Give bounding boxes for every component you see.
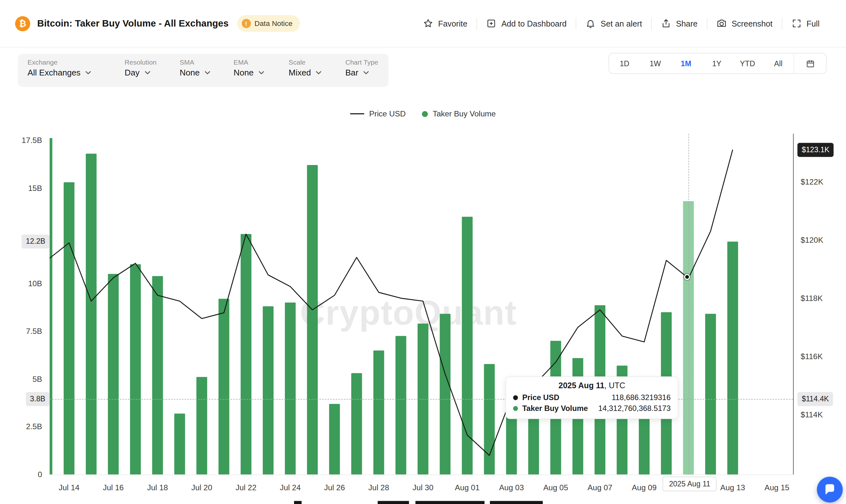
volume-bar[interactable] <box>528 379 539 474</box>
volume-bar[interactable] <box>617 365 628 474</box>
legend-taker-buy-volume[interactable]: Taker Buy Volume <box>422 109 496 118</box>
legend-volume-label: Taker Buy Volume <box>433 109 496 118</box>
chevron-down-icon <box>85 71 91 75</box>
favorite-button[interactable]: Favorite <box>414 18 476 29</box>
volume-bar[interactable] <box>683 201 694 474</box>
volume-latest-badge: 12.2B <box>21 234 50 249</box>
range-1m[interactable]: 1M <box>671 59 701 68</box>
exchange-select[interactable]: Exchange All Exchanges <box>18 54 115 87</box>
volume-bar[interactable] <box>351 373 362 474</box>
scale-select[interactable]: Scale Mixed <box>279 54 336 87</box>
left-axis-tick: 2.5B <box>0 421 42 432</box>
set-alert-button[interactable]: Set an alert <box>576 18 651 29</box>
legend-price-usd[interactable]: Price USD <box>350 109 406 118</box>
left-axis-tick: 17.5B <box>0 134 42 145</box>
range-1y[interactable]: 1Y <box>701 59 732 68</box>
volume-crosshair-badge: 3.8B <box>25 392 50 406</box>
volume-bar[interactable] <box>506 389 517 474</box>
chat-widget-button[interactable] <box>817 477 843 503</box>
cryptoquant-watermark: CryptoQuant <box>300 293 517 333</box>
exchange-label: Exchange <box>28 59 115 67</box>
volume-bar[interactable] <box>307 165 318 474</box>
volume-bar[interactable] <box>727 241 738 474</box>
range-1w[interactable]: 1W <box>640 59 671 68</box>
resolution-select[interactable]: Resolution Day <box>115 54 170 87</box>
x-axis-tick: Jul 30 <box>402 483 445 492</box>
ema-select[interactable]: EMA None <box>224 54 279 87</box>
volume-bar[interactable] <box>285 303 296 474</box>
volume-bar[interactable] <box>484 364 495 474</box>
right-axis-line <box>793 134 794 474</box>
volume-bar[interactable] <box>86 154 96 474</box>
volume-bar[interactable] <box>130 265 141 474</box>
x-axis-tick: Aug 03 <box>490 483 533 492</box>
tooltip-price-row: Price USD 118,686.3219316 <box>513 392 671 403</box>
page-title: Bitcoin: Taker Buy Volume - All Exchange… <box>37 18 228 29</box>
volume-bar[interactable] <box>373 350 384 474</box>
time-range-selector: 1D 1W 1M 1Y YTD All <box>609 53 827 74</box>
range-all[interactable]: All <box>763 59 794 68</box>
volume-bar[interactable] <box>595 305 605 474</box>
fullscreen-button[interactable]: Full <box>782 18 829 29</box>
left-axis-tick: 15B <box>0 183 42 194</box>
clipped-content-strip <box>377 501 409 504</box>
chart-type-label: Chart Type <box>345 59 388 67</box>
chart-type-select[interactable]: Chart Type Bar <box>336 54 388 87</box>
chart-plot[interactable] <box>50 134 793 474</box>
dot-swatch-icon <box>422 111 428 117</box>
volume-bar[interactable] <box>440 314 451 474</box>
volume-bar[interactable] <box>196 377 207 474</box>
sma-label: SMA <box>180 59 224 67</box>
calendar-button[interactable] <box>794 58 826 68</box>
set-alert-label: Set an alert <box>601 19 642 28</box>
chevron-down-icon <box>316 71 322 75</box>
volume-bar[interactable] <box>152 276 163 474</box>
volume-bar[interactable] <box>418 324 428 474</box>
volume-bar[interactable] <box>108 274 119 474</box>
fullscreen-label: Full <box>807 19 820 28</box>
volume-bar[interactable] <box>218 299 229 474</box>
scale-value: Mixed <box>288 68 311 77</box>
line-swatch-icon <box>350 113 365 114</box>
sma-select[interactable]: SMA None <box>170 54 224 87</box>
range-ytd[interactable]: YTD <box>732 59 763 68</box>
x-axis-tick: Jul 18 <box>136 483 179 492</box>
left-axis-tick: 7.5B <box>0 326 42 337</box>
scale-label: Scale <box>288 59 336 67</box>
right-axis-tick: $122K <box>800 176 823 187</box>
volume-bar[interactable] <box>174 414 185 474</box>
right-axis-tick: $116K <box>800 351 823 362</box>
x-axis-tick: Jul 14 <box>47 483 91 492</box>
cryptoquant-chart-page: ₿ Bitcoin: Taker Buy Volume - All Exchan… <box>0 0 846 504</box>
volume-bar[interactable] <box>50 138 52 474</box>
volume-bar[interactable] <box>639 392 650 474</box>
volume-bar[interactable] <box>462 216 473 474</box>
share-button[interactable]: Share <box>652 18 707 29</box>
volume-bar[interactable] <box>64 182 74 474</box>
clipped-content-strip <box>490 501 543 504</box>
price-dot-icon <box>513 395 518 400</box>
price-point-marker <box>684 274 690 280</box>
volume-bar[interactable] <box>263 306 274 474</box>
volume-dot-icon <box>513 406 518 411</box>
x-axis-tick: Jul 24 <box>269 483 312 492</box>
ema-label: EMA <box>233 59 279 67</box>
x-axis-tick: Aug 09 <box>623 483 666 492</box>
volume-bar[interactable] <box>661 312 672 474</box>
volume-bar[interactable] <box>705 314 716 474</box>
right-axis-tick: $114K <box>800 409 823 420</box>
volume-bar[interactable] <box>241 234 251 474</box>
chevron-down-icon <box>363 71 369 75</box>
range-1d[interactable]: 1D <box>609 59 640 68</box>
screenshot-button[interactable]: Screenshot <box>707 18 782 29</box>
data-notice-badge[interactable]: ! Data Notice <box>237 15 300 32</box>
screenshot-label: Screenshot <box>732 19 772 28</box>
chart-tooltip: 2025 Aug 11, UTC Price USD 118,686.32193… <box>506 376 678 419</box>
volume-bar[interactable] <box>329 404 340 474</box>
volume-bar[interactable] <box>572 358 583 474</box>
add-to-dashboard-button[interactable]: Add to Dashboard <box>477 18 576 29</box>
dashboard-add-icon <box>486 18 497 29</box>
volume-bar[interactable] <box>395 336 406 474</box>
volume-bar[interactable] <box>550 341 561 474</box>
resolution-value: Day <box>125 68 140 77</box>
